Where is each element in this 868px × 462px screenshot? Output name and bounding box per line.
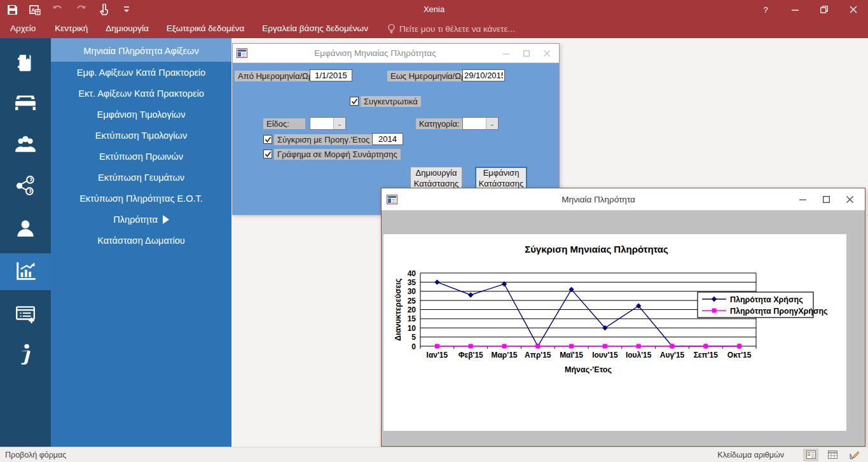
submenu-arrow-icon [163,215,169,224]
type-label: Είδος: [263,118,305,129]
tab-external-data[interactable]: Εξωτερικά δεδομένα [158,19,253,38]
type-combobox[interactable]: ⌄ [310,117,346,130]
svg-text:Πληρότητα Χρήσης: Πληρότητα Χρήσης [730,295,803,304]
svg-text:35: 35 [408,278,417,287]
svg-text:Φεβ'15: Φεβ'15 [458,351,483,360]
chevron-down-icon[interactable]: ⌄ [486,118,498,129]
svg-text:Σεπ'15: Σεπ'15 [694,351,719,360]
quick-access-toolbar: A [5,0,134,19]
minimize-button[interactable] [780,0,809,19]
tab-database-tools[interactable]: Εργαλεία βάσης δεδομένων [253,19,377,38]
view-status-text: Προβολή φόρμας [0,451,717,459]
svg-text:5: 5 [411,333,416,342]
status-right-group: Κλείδωμα αριθμών [717,449,868,461]
aggregate-checkbox[interactable] [350,97,359,106]
svg-text:Ιαν'15: Ιαν'15 [427,351,448,360]
status-bar: Προβολή φόρμας Κλείδωμα αριθμών [0,447,868,462]
svg-text:25: 25 [408,297,417,305]
design-view-icon[interactable] [846,449,862,461]
show-report-button[interactable]: Εμφάνιση Κατάστασης [475,167,527,190]
datasheet-view-icon[interactable] [825,449,840,461]
occupancy-chart: Σύγκριση Μηνιαίας Πληρότητας051015202530… [383,234,846,431]
restore-button[interactable] [809,0,839,19]
to-date-input[interactable] [462,69,505,81]
person-icon[interactable] [0,209,51,246]
tell-me-box[interactable]: Πείτε μου τι θέλετε να κάνετε... [377,24,515,34]
app-titlebar: A Xenia ? [0,0,868,19]
view-switch-icon[interactable]: A [28,3,42,17]
maximize-icon[interactable] [823,196,830,203]
document-canvas: Εμφάνιση Μηνιαίας Πληρότητας Από Ημερομη… [231,38,868,447]
category-combobox[interactable]: ⌄ [462,117,499,130]
nav-item-monthly-occupancy-arrivals[interactable]: Μηνιαία Πληρότητα Αφίξεων [51,38,231,62]
aggregate-label: Συγκεντρωτικά [361,96,421,107]
touch-mode-icon[interactable] [97,3,111,17]
filter-form-title: Εμφάνιση Μηνιαίας Πληρότητας [247,48,503,58]
nav-item-show-arrivals-by-agency[interactable]: Εμφ. Αφίξεων Κατά Πρακτορείο [51,62,231,83]
svg-text:Μαϊ'15: Μαϊ'15 [560,351,583,360]
icon-rail [0,38,51,447]
nav-item-occupancy-submenu[interactable]: Πληρότητα [51,209,231,230]
tab-home[interactable]: Κεντρική [46,19,97,38]
nav-item-print-invoices[interactable]: Εκτύπωση Τιμολογίων [51,125,231,146]
svg-text:10: 10 [408,324,417,333]
redo-icon [74,3,88,17]
chart-icon[interactable] [0,253,51,290]
compare-previous-year-label: Σύγκριση με Προηγ.'Ετος [274,134,373,145]
nav-item-print-breakfasts[interactable]: Εκτύπωση Πρωινών [51,146,231,167]
form-view-icon[interactable] [803,449,818,461]
chart-window-controls [799,196,860,203]
close-icon[interactable] [544,50,550,57]
save-icon[interactable] [5,3,19,17]
occupancy-chart-svg: Σύγκριση Μηνιαίας Πληρότητας051015202530… [383,234,846,431]
share-network-icon[interactable] [0,167,51,204]
close-icon[interactable] [846,196,853,203]
nav-item-print-arrivals-by-agency[interactable]: Εκτ. Αφίξεων Κατά Πρακτορείο [51,83,231,104]
notebook-icon[interactable] [0,45,51,81]
bed-icon[interactable] [0,85,51,122]
create-report-button[interactable]: Δημιουργία Κατάστασης [410,167,462,190]
function-graph-label: Γράφημα σε Μορφή Συνάρτησης [274,149,401,160]
maximize-icon[interactable] [523,50,530,57]
people-icon[interactable] [0,125,51,162]
nav-item-print-meals[interactable]: Εκτύπωση Γευμάτων [51,167,231,188]
help-button[interactable]: ? [751,0,780,19]
svg-text:Ιουν'15: Ιουν'15 [592,351,618,360]
svg-text:30: 30 [408,287,417,296]
svg-text:Μήνας-'Ετος: Μήνας-'Ετος [565,365,612,374]
new-form-icon[interactable] [0,295,51,332]
tab-create[interactable]: Δημιουργία [97,19,157,38]
application-window: A Xenia ? Αρχείο Κεντρική Δημιουρ [0,0,868,462]
function-graph-checkbox[interactable] [263,150,272,158]
svg-text:Πληρότητα ΠροηγΧρήσης: Πληρότητα ΠροηγΧρήσης [730,307,828,316]
form-icon [237,48,247,58]
tab-file[interactable]: Αρχείο [0,19,46,38]
info-icon[interactable] [0,336,51,373]
svg-text:Σύγκριση Μηνιαίας Πληρότητας: Σύγκριση Μηνιαίας Πληρότητας [525,244,668,255]
nav-item-print-eot-occupancy[interactable]: Εκτύπωση Πληρότητας Ε.Ο.Τ. [51,188,231,209]
close-button[interactable] [839,0,868,19]
lightbulb-icon [387,24,396,34]
form-icon [387,195,397,204]
svg-text:40: 40 [408,269,417,278]
compare-year-input[interactable] [372,133,403,145]
from-date-input[interactable] [310,69,352,81]
svg-text:Μαρ'15: Μαρ'15 [492,351,518,360]
svg-text:A: A [31,7,36,13]
chart-window-titlebar: Μηνιαία Πληρότητα [382,188,865,211]
chevron-down-icon[interactable]: ⌄ [333,118,345,129]
svg-text:15: 15 [408,314,417,323]
undo-icon [51,3,65,17]
window-controls: ? [751,0,868,19]
navigation-pane: Μηνιαία Πληρότητα Αφίξεων Εμφ. Αφίξεων Κ… [51,38,231,447]
compare-previous-year-checkbox[interactable] [263,135,272,144]
nav-item-show-invoices[interactable]: Εμφάνιση Τιμολογίων [51,104,231,125]
chart-window-title: Μηνιαία Πληρότητα [397,195,799,204]
minimize-icon[interactable] [503,50,509,57]
minimize-icon[interactable] [799,196,806,203]
customize-qat-icon[interactable] [120,3,134,17]
svg-text:Απρ'15: Απρ'15 [525,351,551,360]
svg-text:20: 20 [408,305,417,314]
svg-text:Αυγ'15: Αυγ'15 [660,351,685,360]
nav-item-room-status[interactable]: Κατάσταση Δωματίου [51,230,231,251]
